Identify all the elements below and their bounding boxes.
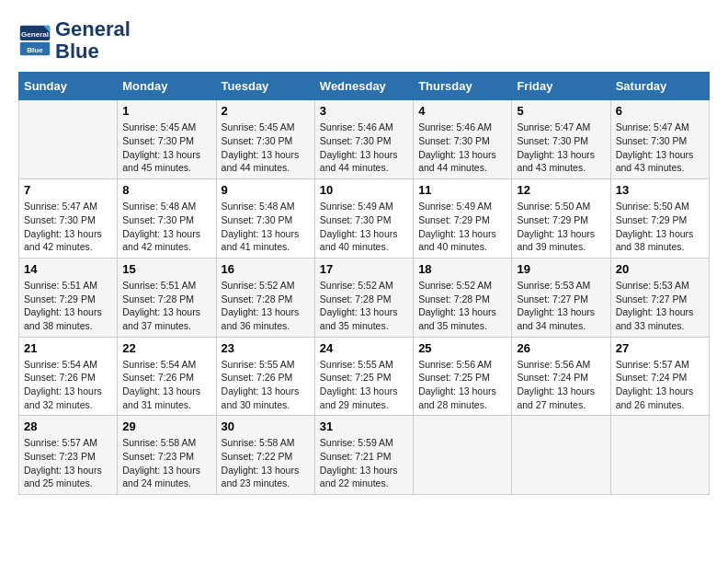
header-day-friday: Friday <box>512 73 610 100</box>
day-info: Sunrise: 5:51 AMSunset: 7:28 PMDaylight:… <box>122 279 210 333</box>
day-number: 18 <box>418 262 506 276</box>
day-number: 31 <box>320 419 408 433</box>
day-number: 6 <box>616 104 704 118</box>
header-row: SundayMondayTuesdayWednesdayThursdayFrid… <box>19 73 710 100</box>
day-number: 13 <box>616 183 704 197</box>
day-info: Sunrise: 5:50 AMSunset: 7:29 PMDaylight:… <box>616 200 704 254</box>
header-day-wednesday: Wednesday <box>314 73 413 100</box>
calendar-cell: 12Sunrise: 5:50 AMSunset: 7:29 PMDayligh… <box>512 179 610 259</box>
calendar-week-1: 1Sunrise: 5:45 AMSunset: 7:30 PMDaylight… <box>19 100 710 179</box>
day-info: Sunrise: 5:45 AMSunset: 7:30 PMDaylight:… <box>222 121 310 175</box>
calendar-cell: 26Sunrise: 5:56 AMSunset: 7:24 PMDayligh… <box>512 337 610 416</box>
day-info: Sunrise: 5:59 AMSunset: 7:21 PMDaylight:… <box>320 436 408 490</box>
day-number: 28 <box>24 419 112 433</box>
day-info: Sunrise: 5:55 AMSunset: 7:25 PMDaylight:… <box>320 358 408 412</box>
calendar-cell <box>414 416 512 495</box>
header-day-saturday: Saturday <box>610 73 709 100</box>
day-info: Sunrise: 5:51 AMSunset: 7:29 PMDaylight:… <box>24 279 112 333</box>
day-info: Sunrise: 5:46 AMSunset: 7:30 PMDaylight:… <box>320 121 408 175</box>
calendar-cell: 17Sunrise: 5:52 AMSunset: 7:28 PMDayligh… <box>314 258 413 337</box>
calendar-body: 1Sunrise: 5:45 AMSunset: 7:30 PMDaylight… <box>19 100 710 495</box>
day-info: Sunrise: 5:52 AMSunset: 7:28 PMDaylight:… <box>320 279 408 333</box>
calendar-cell: 8Sunrise: 5:48 AMSunset: 7:30 PMDaylight… <box>118 179 216 259</box>
calendar-cell: 21Sunrise: 5:54 AMSunset: 7:26 PMDayligh… <box>19 337 118 416</box>
calendar-cell: 29Sunrise: 5:58 AMSunset: 7:23 PMDayligh… <box>118 416 216 495</box>
calendar-cell: 16Sunrise: 5:52 AMSunset: 7:28 PMDayligh… <box>216 258 314 337</box>
calendar-cell <box>512 416 610 495</box>
calendar-cell: 9Sunrise: 5:48 AMSunset: 7:30 PMDaylight… <box>216 179 314 259</box>
svg-text:Blue: Blue <box>27 46 43 54</box>
day-number: 7 <box>24 183 112 197</box>
day-info: Sunrise: 5:47 AMSunset: 7:30 PMDaylight:… <box>517 121 605 175</box>
day-info: Sunrise: 5:58 AMSunset: 7:22 PMDaylight:… <box>222 436 310 490</box>
day-info: Sunrise: 5:55 AMSunset: 7:26 PMDaylight:… <box>222 358 310 412</box>
header-day-sunday: Sunday <box>19 73 118 100</box>
day-info: Sunrise: 5:47 AMSunset: 7:30 PMDaylight:… <box>24 200 112 254</box>
calendar-cell: 31Sunrise: 5:59 AMSunset: 7:21 PMDayligh… <box>314 416 413 495</box>
day-number: 21 <box>24 341 112 355</box>
calendar-cell: 6Sunrise: 5:47 AMSunset: 7:30 PMDaylight… <box>610 100 709 179</box>
day-info: Sunrise: 5:57 AMSunset: 7:23 PMDaylight:… <box>24 436 112 490</box>
calendar-cell: 13Sunrise: 5:50 AMSunset: 7:29 PMDayligh… <box>610 179 709 259</box>
calendar-cell: 10Sunrise: 5:49 AMSunset: 7:30 PMDayligh… <box>314 179 413 259</box>
day-info: Sunrise: 5:53 AMSunset: 7:27 PMDaylight:… <box>517 279 605 333</box>
day-number: 15 <box>122 262 210 276</box>
calendar-header: SundayMondayTuesdayWednesdayThursdayFrid… <box>19 73 710 100</box>
day-info: Sunrise: 5:56 AMSunset: 7:24 PMDaylight:… <box>517 358 605 412</box>
day-info: Sunrise: 5:56 AMSunset: 7:25 PMDaylight:… <box>418 358 506 412</box>
day-info: Sunrise: 5:57 AMSunset: 7:24 PMDaylight:… <box>616 358 704 412</box>
calendar-week-3: 14Sunrise: 5:51 AMSunset: 7:29 PMDayligh… <box>19 258 710 337</box>
day-number: 14 <box>24 262 112 276</box>
logo: General Blue General Blue <box>18 18 131 63</box>
calendar-cell: 23Sunrise: 5:55 AMSunset: 7:26 PMDayligh… <box>216 337 314 416</box>
calendar-cell: 30Sunrise: 5:58 AMSunset: 7:22 PMDayligh… <box>216 416 314 495</box>
calendar-cell <box>19 100 118 179</box>
day-info: Sunrise: 5:48 AMSunset: 7:30 PMDaylight:… <box>122 200 210 254</box>
day-info: Sunrise: 5:49 AMSunset: 7:29 PMDaylight:… <box>418 200 506 254</box>
day-number: 16 <box>222 262 310 276</box>
day-info: Sunrise: 5:50 AMSunset: 7:29 PMDaylight:… <box>517 200 605 254</box>
calendar-week-4: 21Sunrise: 5:54 AMSunset: 7:26 PMDayligh… <box>19 337 710 416</box>
calendar-cell: 27Sunrise: 5:57 AMSunset: 7:24 PMDayligh… <box>610 337 709 416</box>
calendar-cell: 3Sunrise: 5:46 AMSunset: 7:30 PMDaylight… <box>314 100 413 179</box>
day-info: Sunrise: 5:46 AMSunset: 7:30 PMDaylight:… <box>418 121 506 175</box>
header-day-tuesday: Tuesday <box>216 73 314 100</box>
calendar-cell: 14Sunrise: 5:51 AMSunset: 7:29 PMDayligh… <box>19 258 118 337</box>
day-number: 3 <box>320 104 408 118</box>
day-number: 20 <box>616 262 704 276</box>
calendar-cell: 19Sunrise: 5:53 AMSunset: 7:27 PMDayligh… <box>512 258 610 337</box>
calendar-cell: 20Sunrise: 5:53 AMSunset: 7:27 PMDayligh… <box>610 258 709 337</box>
calendar-cell: 22Sunrise: 5:54 AMSunset: 7:26 PMDayligh… <box>118 337 216 416</box>
day-info: Sunrise: 5:54 AMSunset: 7:26 PMDaylight:… <box>24 358 112 412</box>
day-info: Sunrise: 5:49 AMSunset: 7:30 PMDaylight:… <box>320 200 408 254</box>
calendar-table: SundayMondayTuesdayWednesdayThursdayFrid… <box>18 72 710 495</box>
day-info: Sunrise: 5:45 AMSunset: 7:30 PMDaylight:… <box>122 121 210 175</box>
day-info: Sunrise: 5:48 AMSunset: 7:30 PMDaylight:… <box>222 200 310 254</box>
day-number: 26 <box>517 341 605 355</box>
day-info: Sunrise: 5:58 AMSunset: 7:23 PMDaylight:… <box>122 436 210 490</box>
header-day-thursday: Thursday <box>414 73 512 100</box>
day-number: 22 <box>122 341 210 355</box>
calendar-cell: 24Sunrise: 5:55 AMSunset: 7:25 PMDayligh… <box>314 337 413 416</box>
calendar-cell: 11Sunrise: 5:49 AMSunset: 7:29 PMDayligh… <box>414 179 512 259</box>
day-info: Sunrise: 5:53 AMSunset: 7:27 PMDaylight:… <box>616 279 704 333</box>
page-header: General Blue General Blue <box>18 18 710 63</box>
day-number: 25 <box>418 341 506 355</box>
calendar-week-2: 7Sunrise: 5:47 AMSunset: 7:30 PMDaylight… <box>19 179 710 259</box>
calendar-cell: 2Sunrise: 5:45 AMSunset: 7:30 PMDaylight… <box>216 100 314 179</box>
day-number: 8 <box>122 183 210 197</box>
day-number: 1 <box>122 104 210 118</box>
day-number: 2 <box>222 104 310 118</box>
day-info: Sunrise: 5:52 AMSunset: 7:28 PMDaylight:… <box>222 279 310 333</box>
logo-text: General Blue <box>55 18 131 63</box>
calendar-cell: 4Sunrise: 5:46 AMSunset: 7:30 PMDaylight… <box>414 100 512 179</box>
day-info: Sunrise: 5:54 AMSunset: 7:26 PMDaylight:… <box>122 358 210 412</box>
day-number: 11 <box>418 183 506 197</box>
calendar-cell: 15Sunrise: 5:51 AMSunset: 7:28 PMDayligh… <box>118 258 216 337</box>
day-number: 10 <box>320 183 408 197</box>
day-number: 23 <box>222 341 310 355</box>
day-number: 19 <box>517 262 605 276</box>
calendar-cell: 5Sunrise: 5:47 AMSunset: 7:30 PMDaylight… <box>512 100 610 179</box>
day-number: 24 <box>320 341 408 355</box>
day-number: 9 <box>222 183 310 197</box>
